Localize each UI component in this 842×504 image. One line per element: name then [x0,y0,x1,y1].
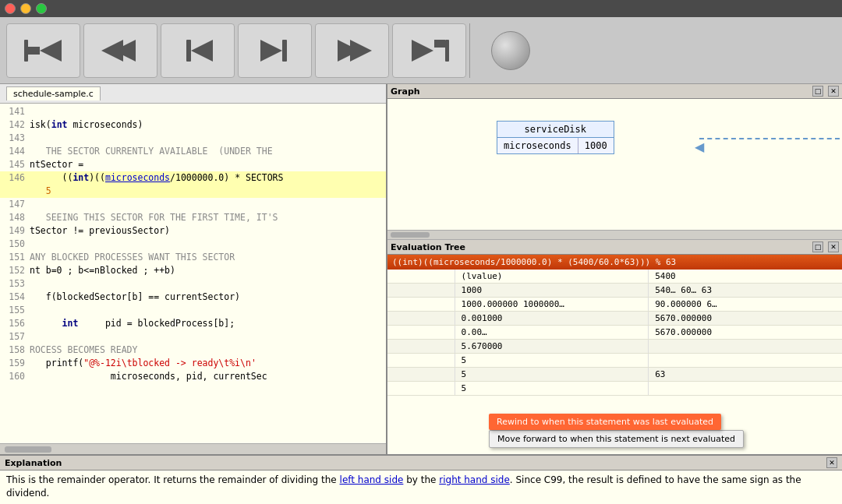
node-title: serviceDisk [497,122,614,138]
code-panel: schedule-sample.c 141 142 isk(int micros… [0,84,387,454]
code-tab-bar: schedule-sample.c [0,84,386,104]
step-back-icon [175,33,221,68]
code-line-154: 154 f(blockedSector[b] == currentSector) [0,291,386,304]
forward-button[interactable] [315,23,389,78]
circle-icon [491,31,530,70]
node-cell-value: 1000 [578,138,614,153]
code-line-146: 146 ((int)((microseconds/1000000.0) * SE… [0,171,386,185]
back-icon [97,33,144,68]
code-line-157: 157 [0,330,386,344]
code-line-156: 156 int pid = blockedProcess[b]; [0,317,386,330]
tooltip-forward[interactable]: Move forward to when this statement is n… [489,430,744,448]
code-line-143: 143 [0,132,386,145]
explanation-close-button[interactable]: ✕ [826,457,837,468]
code-tab-file[interactable]: schedule-sample.c [6,86,101,100]
code-line-160: 160 microseconds, pid, currentSec [0,370,386,383]
last-button[interactable] [392,23,466,78]
eval-row-4: 0.001000 5670.000000 [387,312,842,326]
graph-restore-button[interactable]: □ [812,86,823,97]
main-layout: schedule-sample.c 141 142 isk(int micros… [0,84,842,454]
maximize-button[interactable] [36,3,47,14]
forward-icon [329,33,376,68]
first-button[interactable] [6,23,80,78]
toolbar [0,17,842,84]
eval-row-7: 5 [387,354,842,368]
back-button[interactable] [83,23,157,78]
code-line-155: 155 [0,304,386,317]
code-line-142: 142 isk(int microseconds) [0,118,386,132]
graph-area: serviceDisk microseconds 1000 ◀ [387,99,842,230]
record-button[interactable] [473,23,547,78]
explanation-text: This is the remainder operator. It retur… [0,471,842,503]
svg-rect-2 [24,47,40,55]
code-line-150: 150 [0,238,386,251]
svg-rect-13 [445,40,449,62]
last-icon [406,33,453,68]
explanation-header: Explanation ✕ [0,456,842,471]
code-line-149: 149 tSector != previousSector) [0,224,386,238]
code-line-151: 151 ANY BLOCKED PROCESSES WANT THIS SECT… [0,251,386,264]
eval-row-3: 1000.000000 1000000… 90.000000 6… [387,298,842,312]
toolbar-divider [469,23,470,78]
code-line-159: 159 printf("@%-12i\tblocked -> ready\t%i… [0,357,386,370]
tooltip-rewind[interactable]: Rewind to when this statement was last e… [489,414,721,430]
code-line-158: 158 ROCESS BECOMES READY [0,344,386,357]
code-line-152: 152 nt b=0 ; b<=nBlocked ; ++b) [0,264,386,277]
svg-marker-11 [412,40,433,62]
graph-panel: Graph □ ✕ serviceDisk microseconds 1000 … [387,84,842,240]
svg-marker-1 [40,40,62,62]
graph-panel-title: Graph [391,86,809,97]
node-cell-key: microseconds [497,138,578,153]
code-line-147: 147 [0,198,386,211]
title-bar [0,0,842,17]
node-servicedisk: serviceDisk microseconds 1000 [497,121,614,154]
svg-rect-6 [186,40,191,62]
eval-table: (lvalue) 5400 1000 540… 60… 63 1000.0000… [387,270,842,454]
eval-expression: ((int)((microseconds/1000000.0) * (5400/… [387,255,842,270]
eval-panel-title: Evaluation Tree [391,242,809,252]
code-line-153: 153 [0,277,386,291]
eval-tree-panel: Evaluation Tree □ ✕ ((int)((microseconds… [387,240,842,454]
close-button[interactable] [5,3,16,14]
eval-restore-button[interactable]: □ [812,241,823,252]
step-forward-icon [252,33,299,68]
code-line-146b: 5 [0,185,386,198]
svg-marker-4 [101,40,123,62]
step-forward-button[interactable] [238,23,312,78]
eval-close-button[interactable]: ✕ [828,241,839,252]
svg-rect-12 [434,40,445,48]
svg-marker-7 [260,40,282,62]
eval-row-5: 0.00… 5670.000000 [387,326,842,340]
eval-row-8: 5 63 [387,368,842,382]
eval-row-6: 5.670000 [387,340,842,354]
eval-panel-header: Evaluation Tree □ ✕ [387,240,842,255]
code-line-148: 148 SEEING THIS SECTOR FOR THE FIRST TIM… [0,211,386,224]
svg-marker-10 [350,40,372,62]
code-area: 141 142 isk(int microseconds) 143 144 TH… [0,104,386,443]
explanation-panel: Explanation ✕ This is the remainder oper… [0,454,842,504]
eval-row-1: (lvalue) 5400 [387,270,842,284]
horizontal-scrollbar[interactable] [0,443,386,454]
eval-row-9: 5 [387,382,842,396]
eval-row-2: 1000 540… 60… 63 [387,284,842,298]
minimize-button[interactable] [20,3,31,14]
left-hand-side-link[interactable]: left hand side [340,474,404,485]
first-icon [20,33,67,68]
explanation-title: Explanation [5,458,62,468]
graph-panel-header: Graph □ ✕ [387,84,842,99]
step-back-button[interactable] [161,23,235,78]
svg-rect-8 [282,40,287,62]
graph-close-button[interactable]: ✕ [828,86,839,97]
code-line-145: 145 ntSector = [0,158,386,171]
right-hand-side-link[interactable]: right hand side [439,474,510,485]
node-row-microseconds: microseconds 1000 [497,138,614,153]
svg-marker-5 [191,40,213,62]
code-line-144: 144 THE SECTOR CURRENTLY AVAILABLE (UNDE… [0,145,386,158]
graph-hscrollbar[interactable] [387,230,842,239]
right-panel: Graph □ ✕ serviceDisk microseconds 1000 … [387,84,842,454]
node-arrow: ◀ [699,138,840,154]
code-line-141: 141 [0,105,386,118]
